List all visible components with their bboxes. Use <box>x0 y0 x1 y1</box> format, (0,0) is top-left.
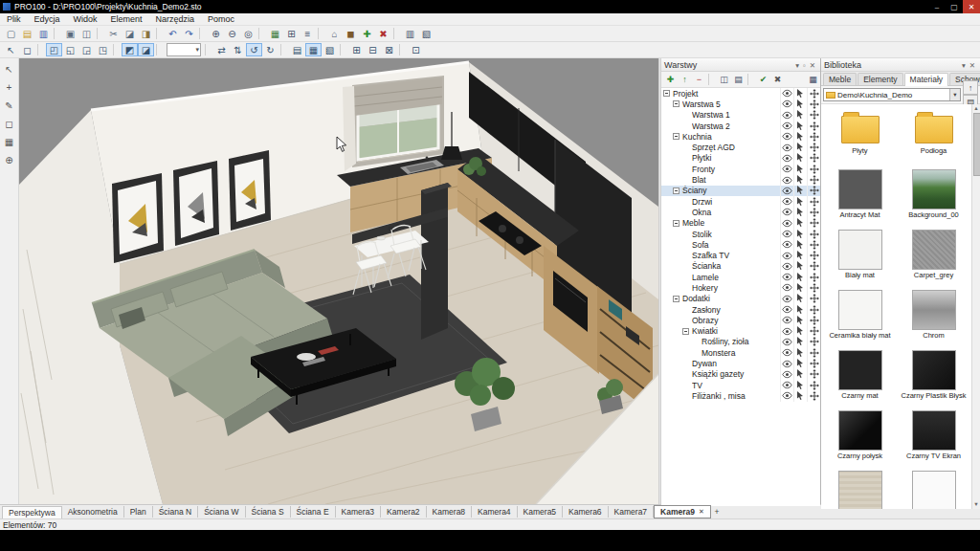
move-icon[interactable] <box>807 337 820 347</box>
cursor-icon[interactable] <box>793 390 807 401</box>
grid-icon[interactable]: ▦ <box>267 27 283 40</box>
float-icon[interactable]: ▫ <box>801 61 808 70</box>
layer-row-warstwa-2[interactable]: Warstwa 2 <box>661 121 820 131</box>
material-item[interactable] <box>897 469 970 509</box>
material-chrom[interactable]: Chrom <box>897 288 970 348</box>
scroll-down-icon[interactable]: ▼ <box>972 500 980 509</box>
eye-icon[interactable] <box>780 229 793 239</box>
cursor-icon[interactable] <box>793 99 807 109</box>
element-icon[interactable]: ◼ <box>343 27 359 40</box>
lights-icon[interactable]: ⊠ <box>381 43 397 56</box>
view-wall-icon[interactable]: ◳ <box>95 43 111 56</box>
menu-element[interactable]: Element <box>104 14 149 24</box>
material-background-00[interactable]: Background_00 <box>897 167 970 228</box>
eye-icon[interactable] <box>780 174 793 185</box>
move-icon[interactable] <box>807 131 820 142</box>
eye-icon[interactable] <box>780 315 793 325</box>
eye-icon[interactable] <box>780 88 793 99</box>
cursor-icon[interactable] <box>793 250 807 260</box>
layers-icon[interactable]: ▤ <box>289 43 305 56</box>
add-element-icon[interactable]: ✚ <box>359 27 375 40</box>
layer-row-fronty[interactable]: Fronty <box>661 164 820 174</box>
material-czarny-połysk[interactable]: Czarny połysk <box>823 408 897 469</box>
up-folder-icon[interactable]: ↑ <box>963 80 978 95</box>
chevron-down-icon[interactable]: ▾ <box>960 61 968 70</box>
room-icon[interactable]: ⌂ <box>326 27 343 40</box>
layer-row-drzwi[interactable]: Drzwi <box>661 196 820 207</box>
layer-row-płytki[interactable]: Płytki <box>661 153 820 164</box>
tab-meble[interactable]: Meble <box>823 73 857 85</box>
view-tab-ściana-e[interactable]: Ściana E <box>291 506 336 518</box>
delete-element-icon[interactable]: ✖ <box>375 27 391 40</box>
move-icon[interactable] <box>807 164 820 174</box>
pan-horizontal-icon[interactable]: ⇄ <box>213 43 230 56</box>
paste-icon[interactable]: ◨ <box>138 27 154 40</box>
move-icon[interactable] <box>807 347 820 358</box>
cursor-icon[interactable] <box>793 131 807 142</box>
expand-toggle[interactable] <box>673 296 679 302</box>
redo-icon[interactable]: ↷ <box>181 27 197 40</box>
eye-icon[interactable] <box>780 380 793 390</box>
view-tab-kamera5[interactable]: Kamera5 <box>518 506 564 518</box>
move-icon[interactable] <box>807 261 820 272</box>
show-all-icon[interactable]: ◫ <box>717 74 731 86</box>
view-tab-kamera6[interactable]: Kamera6 <box>563 506 609 518</box>
eye-icon[interactable] <box>780 282 793 293</box>
view-tab-kamera2[interactable]: Kamera2 <box>381 506 427 518</box>
cursor-icon[interactable] <box>793 347 807 358</box>
scroll-up-icon[interactable]: ▲ <box>972 104 980 113</box>
layer-row-ściany[interactable]: Ściany <box>661 186 820 196</box>
view-tab-ściana-s[interactable]: Ściana S <box>246 506 291 518</box>
view-tab-plan[interactable]: Plan <box>124 506 153 518</box>
move-icon[interactable] <box>807 121 820 131</box>
move-icon[interactable] <box>807 315 820 325</box>
layer-row-projekt[interactable]: Projekt <box>661 88 820 99</box>
view-tab-kamera4[interactable]: Kamera4 <box>472 506 518 518</box>
layer-options-icon[interactable]: ▦ <box>806 74 820 86</box>
tab-materiały[interactable]: Materiały <box>904 73 948 86</box>
close-button[interactable]: ✕ <box>963 0 980 13</box>
shading-icon[interactable]: ◩ <box>122 43 138 56</box>
move-icon[interactable] <box>807 142 820 152</box>
cursor-icon[interactable] <box>793 207 807 217</box>
expand-toggle[interactable] <box>673 187 679 194</box>
rotate-right-icon[interactable]: ↻ <box>262 43 278 56</box>
move-icon[interactable] <box>807 380 820 390</box>
expand-toggle[interactable] <box>682 328 689 335</box>
cursor-icon[interactable] <box>793 304 807 315</box>
cursor-icon[interactable] <box>793 315 807 325</box>
move-icon[interactable] <box>807 369 820 380</box>
wall-tool-icon[interactable]: ◻ <box>1 117 17 130</box>
view-perspective-icon[interactable]: ◰ <box>46 43 62 56</box>
material-płyty[interactable]: Płyty <box>823 107 897 167</box>
cursor-icon[interactable] <box>793 337 807 347</box>
view-tab-perspektywa[interactable]: Perspektywa <box>2 506 62 518</box>
undo-icon[interactable]: ↶ <box>165 27 181 40</box>
library-icon[interactable]: ▧ <box>322 43 338 56</box>
layer-row-monstera[interactable]: Monstera <box>661 347 820 358</box>
layer-row-kuchnia[interactable]: Kuchnia <box>661 131 820 142</box>
remove-layer-icon[interactable]: − <box>692 74 706 86</box>
view-tab-kamera3[interactable]: Kamera3 <box>336 506 382 518</box>
move-icon[interactable] <box>807 239 820 250</box>
copy-icon[interactable]: ◪ <box>122 27 138 40</box>
rotate-left-icon[interactable]: ↺ <box>246 43 262 56</box>
print-icon[interactable]: ▣ <box>62 27 78 40</box>
layer-row-sofa[interactable]: Sofa <box>661 239 820 250</box>
eye-icon[interactable] <box>780 99 793 109</box>
layer-row-warstwa-5[interactable]: Warstwa 5 <box>661 99 820 109</box>
eye-icon[interactable] <box>780 142 793 152</box>
cursor-icon[interactable] <box>793 218 807 229</box>
cursor-icon[interactable] <box>793 358 807 368</box>
cursor-icon[interactable] <box>793 142 807 152</box>
move-icon[interactable] <box>807 218 820 229</box>
layer-row-filiżanki-misa[interactable]: Filiżanki , misa <box>661 390 820 401</box>
eye-icon[interactable] <box>780 121 793 131</box>
eye-icon[interactable] <box>780 131 793 142</box>
view-tab-kamera7[interactable]: Kamera7 <box>609 506 655 518</box>
cancel-icon[interactable]: ✖ <box>770 74 785 86</box>
layer-row-zasłony[interactable]: Zasłony <box>661 304 820 315</box>
notes-icon[interactable]: ⊟ <box>365 43 381 56</box>
eye-icon[interactable] <box>780 164 793 174</box>
move-icon[interactable] <box>807 390 820 401</box>
